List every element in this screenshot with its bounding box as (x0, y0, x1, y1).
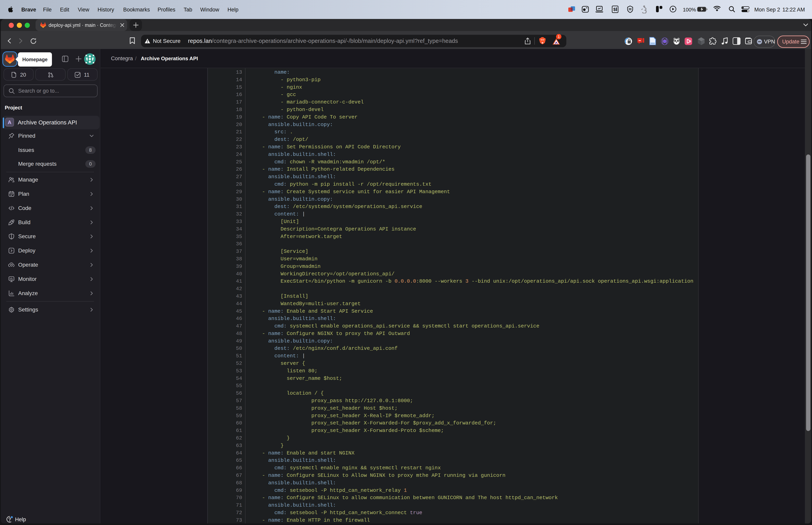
svg-text:$: $ (613, 7, 616, 12)
